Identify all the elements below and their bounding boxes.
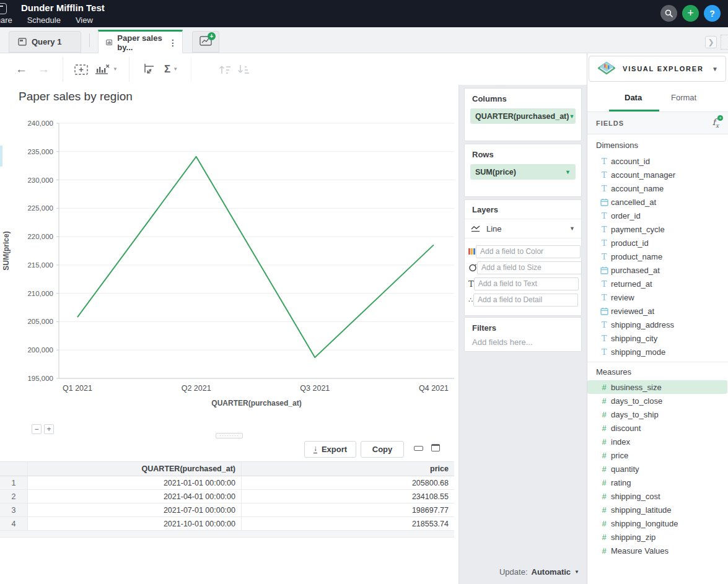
field-item-account_manager[interactable]: Taccount_manager	[587, 168, 728, 181]
table-header-cell[interactable]: price	[242, 462, 454, 476]
line-mark-icon	[471, 225, 481, 232]
aggregate-sigma-icon[interactable]: Σ ▼	[164, 53, 178, 85]
columns-pill[interactable]: QUARTER(purchased_at) ▼	[470, 108, 576, 124]
menu-item-schedule[interactable]: Schedule	[27, 15, 61, 25]
tab-query-1[interactable]: Query 1	[9, 31, 81, 53]
visual-explorer-selector[interactable]: VISUAL EXPLORER ▼	[589, 56, 726, 82]
copy-button[interactable]: Copy	[361, 441, 404, 458]
tab-data[interactable]: Data	[625, 93, 642, 102]
rows-pill[interactable]: SUM(price) ▼	[470, 164, 576, 180]
layers-shelf: Layers Line ▼ T∴	[464, 199, 582, 316]
sort-ascending-icon[interactable]	[218, 53, 232, 85]
field-item-order_id[interactable]: Torder_id	[587, 209, 728, 222]
field-item-purchased_at[interactable]: purchased_at	[587, 263, 728, 277]
layer-field-inputs: T∴	[465, 238, 581, 308]
field-item-discount[interactable]: #discount	[587, 421, 728, 435]
field-item-days_to_close[interactable]: #days_to_close	[587, 394, 728, 407]
field-item-measure-values[interactable]: #Measure Values	[587, 544, 728, 557]
zoom-out-button[interactable]: −	[32, 424, 42, 434]
toolbar-divider	[63, 56, 63, 82]
table-cell: 2021-01-01 00:00:00	[28, 476, 242, 489]
table-cell: 3	[0, 503, 28, 516]
line-chart[interactable]: 195,000200,000205,000210,000215,000220,0…	[0, 115, 458, 419]
table-row[interactable]: 32021-07-01 00:00:00198697.77	[0, 503, 454, 517]
add-icon[interactable]: +	[682, 5, 699, 22]
tab-menu-kebab-icon[interactable]: ⋮	[169, 38, 177, 48]
text-field-icon: T	[599, 320, 609, 329]
update-mode-select[interactable]: Automatic	[532, 567, 571, 577]
field-item-shipping_address[interactable]: Tshipping_address	[587, 318, 728, 331]
field-item-shipping_zip[interactable]: #shipping_zip	[587, 530, 728, 544]
filters-placeholder[interactable]: Add fields here...	[465, 333, 581, 347]
update-label: Update:	[499, 567, 528, 577]
swap-axes-icon[interactable]	[141, 53, 156, 85]
svg-text:Q3 2021: Q3 2021	[300, 384, 330, 393]
layer-field-input[interactable]	[473, 294, 578, 307]
field-item-product_id[interactable]: Tproduct_id	[587, 236, 728, 250]
field-item-returned_at[interactable]: Treturned_at	[587, 277, 728, 290]
field-item-index[interactable]: #index	[587, 435, 728, 448]
layer-field-input[interactable]	[476, 245, 581, 258]
layer-field-input[interactable]	[474, 277, 579, 290]
field-item-shipping_latitude[interactable]: #shipping_latitude	[587, 503, 728, 516]
field-item-account_id[interactable]: Taccount_id	[587, 154, 728, 168]
forward-arrow-icon[interactable]: →	[38, 53, 50, 85]
field-item-reviewed_at[interactable]: reviewed_at	[587, 304, 728, 318]
menu-item-view[interactable]: View	[76, 15, 93, 25]
table-cell: 2	[0, 490, 28, 503]
resize-drag-handle[interactable]: ········	[216, 433, 243, 438]
help-icon[interactable]: ?	[704, 5, 721, 22]
field-item-account_name[interactable]: Taccount_name	[587, 181, 728, 195]
field-item-shipping_longitude[interactable]: #shipping_longitude	[587, 516, 728, 530]
field-item-shipping_city[interactable]: Tshipping_city	[587, 331, 728, 345]
columns-shelf: Columns QUARTER(purchased_at) ▼	[464, 88, 582, 141]
field-item-price[interactable]: #price	[587, 448, 728, 462]
layers-title: Layers	[465, 200, 581, 219]
chevron-down-icon[interactable]: ▼	[574, 569, 579, 575]
maximize-table-icon[interactable]	[431, 444, 440, 451]
add-frame-icon[interactable]	[74, 53, 89, 85]
table-header-cell[interactable]	[0, 462, 28, 476]
topbar: Dunder Mifflin Test ShareScheduleView + …	[0, 0, 728, 27]
minimize-table-icon[interactable]	[414, 446, 423, 451]
layer-field-input[interactable]	[477, 261, 582, 274]
table-row[interactable]: 12021-01-01 00:00:00205800.68	[0, 476, 454, 490]
table-header-cell[interactable]: QUARTER(purchased_at)	[28, 462, 242, 476]
back-arrow-icon[interactable]: ←	[15, 53, 27, 85]
text-field-icon: T	[599, 347, 609, 357]
remove-chart-icon[interactable]: ▼	[94, 53, 118, 85]
tab-paper-sales[interactable]: Paper sales by... ⋮	[98, 30, 183, 53]
sort-descending-icon[interactable]	[237, 53, 250, 85]
menu-item-share[interactable]: Share	[0, 15, 12, 25]
field-item-payment_cycle[interactable]: Tpayment_cycle	[587, 222, 728, 236]
table-row[interactable]: 22021-04-01 00:00:00234108.55	[0, 490, 454, 503]
number-field-icon: #	[599, 533, 609, 542]
field-item-product_name[interactable]: Tproduct_name	[587, 250, 728, 263]
chevron-down-icon[interactable]: ▼	[569, 225, 575, 232]
field-item-days_to_ship[interactable]: #days_to_ship	[587, 407, 728, 421]
chevron-down-icon[interactable]: ▼	[712, 66, 718, 72]
field-item-business_size[interactable]: #business_size	[587, 380, 727, 394]
text-field-icon: T	[599, 184, 609, 193]
add-chart-tab-button[interactable]: +	[192, 31, 219, 53]
zoom-in-button[interactable]: +	[44, 424, 54, 434]
tab-drop-target	[721, 35, 728, 50]
tab-scroll-right-button[interactable]: ❯	[705, 36, 717, 48]
field-item-cancelled_at[interactable]: cancelled_at	[587, 195, 728, 209]
table-cell: 2021-10-01 00:00:00	[28, 517, 242, 530]
search-icon[interactable]	[660, 5, 677, 22]
tab-format[interactable]: Format	[671, 93, 696, 102]
field-item-quantity[interactable]: #quantity	[587, 462, 728, 476]
create-calculated-field-icon[interactable]: fx+	[713, 117, 719, 129]
field-item-rating[interactable]: #rating	[587, 476, 728, 489]
field-item-review[interactable]: Treview	[587, 290, 728, 304]
field-item-shipping_cost[interactable]: #shipping_cost	[587, 489, 728, 503]
export-button[interactable]: ↓ Export	[304, 441, 356, 458]
tab-label: Paper sales by...	[117, 33, 164, 52]
fields-header-bar: FIELDS fx+	[587, 111, 728, 134]
chevron-down-icon[interactable]: ▼	[569, 113, 574, 120]
table-row[interactable]: 42021-10-01 00:00:00218553.74	[0, 517, 454, 531]
chevron-down-icon[interactable]: ▼	[565, 169, 571, 175]
field-item-shipping_mode[interactable]: Tshipping_mode	[587, 345, 728, 359]
mark-type-select[interactable]: Line ▼	[465, 219, 581, 238]
